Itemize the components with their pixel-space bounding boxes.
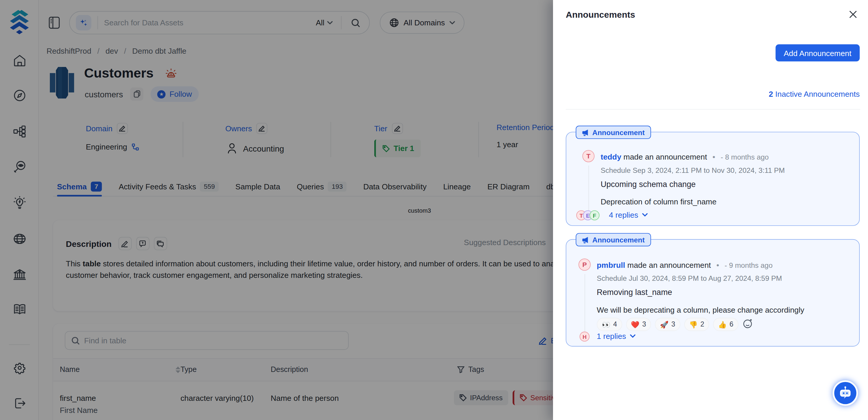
announcement-card: Announcement T teddy made an announcemen… [566,132,860,226]
announcements-drawer: Announcements Add Announcement 2Inactive… [553,0,868,420]
reaction-thumbs-down[interactable]: 👎2 [684,318,709,331]
chip-label: Announcement [592,128,645,137]
reaction-emoji: ❤️ [631,320,640,329]
add-announcement-button[interactable]: Add Announcement [775,44,860,61]
reaction-heart[interactable]: ❤️3 [626,318,651,331]
avatar[interactable]: P [578,259,590,271]
drawer-backdrop[interactable] [0,0,553,420]
dot-separator: • [713,152,715,161]
announcement-card: Announcement P pmbrull made an announcem… [566,239,860,347]
timestamp: - 8 months ago [721,153,769,161]
replies-toggle[interactable]: 4 replies [609,210,648,219]
smiley-plus-icon [742,318,753,329]
action-text: made an announcement [627,261,711,270]
drawer-title: Announcements [566,10,635,20]
avatar[interactable]: T [583,150,595,162]
announcement-chip: Announcement [576,126,651,139]
thread-line [585,274,585,332]
reaction-count: 2 [701,321,704,328]
reaction-count: 6 [730,321,734,328]
announcement-body: Deprecation of column first_name [600,197,716,206]
reactions-row: 👀4 ❤️3 🚀3 👎2 👍6 [597,318,753,331]
reaction-count: 3 [642,321,646,328]
chat-assistant-button[interactable] [833,380,858,406]
author-link[interactable]: teddy [600,152,621,161]
app-window: All All Domains RedshiftProd / dev / Dem… [0,0,868,420]
megaphone-icon [582,129,589,136]
reaction-eyes[interactable]: 👀4 [597,318,622,331]
close-icon [848,9,858,20]
avatar: F [590,210,599,220]
author-link[interactable]: pmbrull [597,261,625,270]
reaction-emoji: 🚀 [660,320,669,329]
announcement-schedule: Schedule Sep 3, 2024, 2:11 PM to Nov 30,… [600,166,784,174]
reaction-emoji: 👍 [718,320,727,329]
timestamp: - 9 months ago [725,261,773,270]
inactive-count: 2 [769,90,773,98]
reaction-thumbs-up[interactable]: 👍6 [713,318,739,331]
reaction-emoji: 👎 [689,320,698,329]
announcement-title: Upcoming schema change [600,180,695,189]
close-drawer-button[interactable] [848,9,859,21]
reaction-rocket[interactable]: 🚀3 [655,318,680,331]
action-text: made an announcement [623,152,707,161]
announcement-title: Removing last_name [597,288,672,297]
replies-label: 1 replies [597,332,626,340]
replies-toggle[interactable]: 1 replies [597,332,635,340]
reply-avatars: T E F [576,210,596,220]
chevron-down-icon [630,334,636,338]
inactive-announcements-link[interactable]: 2Inactive Announcements [769,90,860,98]
reaction-emoji: 👀 [602,320,610,329]
thread-line [588,166,589,211]
announcement-chip: Announcement [576,233,651,246]
drawer-divider [566,109,860,110]
chevron-down-icon [642,213,648,216]
robot-icon [838,385,853,401]
reaction-count: 3 [671,321,675,328]
announcement-schedule: Schedule Jul 30, 2024, 8:59 PM to Aug 27… [597,274,782,282]
replies-label: 4 replies [609,210,638,219]
avatar: H [580,332,590,341]
announcement-body: We will be deprecating a column, please … [597,305,804,314]
reaction-count: 4 [613,321,617,328]
chip-label: Announcement [592,236,645,244]
dot-separator: • [716,261,719,270]
inactive-label: Inactive Announcements [775,90,860,98]
add-reaction-button[interactable] [742,318,753,331]
megaphone-icon [582,236,589,243]
